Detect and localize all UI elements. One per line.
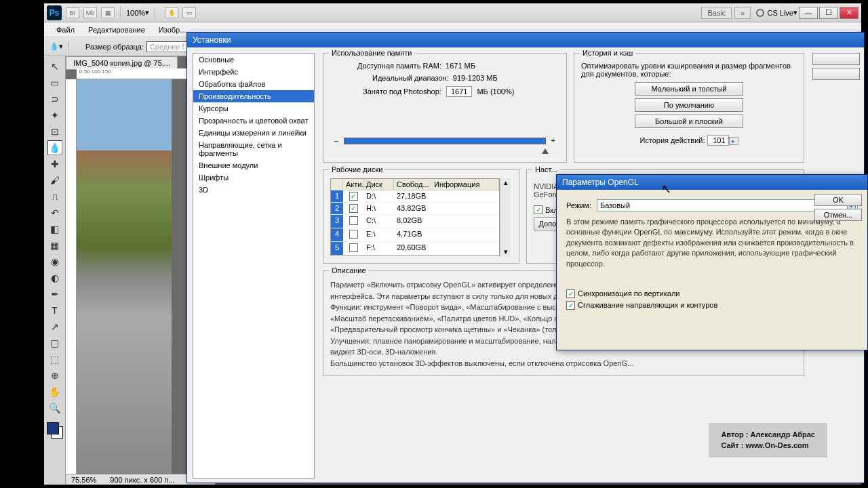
layout-icon[interactable]: ▦ [101, 7, 115, 18]
sidebar-item-filehandling[interactable]: Обработка файлов [193, 78, 314, 90]
close-button[interactable]: ✕ [840, 7, 859, 19]
canvas-image[interactable] [77, 79, 172, 476]
hand-icon[interactable]: ✋ [165, 7, 178, 18]
sample-size-input[interactable] [146, 41, 187, 52]
opengl-title: Параметры OpenGL [557, 175, 867, 190]
crop-tool[interactable]: ⊡ [47, 124, 62, 139]
type-tool[interactable]: T [47, 303, 62, 318]
sidebar-item-type[interactable]: Шрифты [193, 171, 314, 184]
sidebar-item-transparency[interactable]: Прозрачность и цветовой охват [193, 115, 314, 127]
table-row[interactable]: 5F:\20,60GB [331, 242, 499, 256]
title-bar: Ps Br Mb ▦ 100% ▾ ✋ ▭ Basic » CS Live ▾ … [44, 3, 861, 22]
sidebar-item-plugins[interactable]: Внешние модули [193, 159, 314, 171]
scratch-disks-fieldset: Рабочие диски Акти... Диск Свобод... Инф… [323, 169, 519, 264]
sidebar-item-cursors[interactable]: Курсоры [193, 102, 314, 115]
preferences-title: Установки [187, 33, 864, 47]
stamp-tool[interactable]: ⎍ [47, 189, 62, 204]
move-tool[interactable]: ↖ [47, 59, 62, 74]
minus-icon[interactable]: – [334, 136, 338, 144]
ps-logo-icon: Ps [47, 5, 62, 20]
history-cache-fieldset: История и кэш Оптимизировать уровни кэши… [574, 53, 804, 163]
history-states-input[interactable]: 101 [707, 135, 729, 146]
sidebar-item-interface[interactable]: Интерфейс [193, 66, 314, 78]
memory-used-input[interactable]: 1671 [446, 86, 472, 97]
sidebar-item-performance[interactable]: Производительность [193, 90, 314, 102]
opengl-cancel-button[interactable]: Отмен... [814, 209, 862, 221]
history-brush-tool[interactable]: ↶ [47, 205, 62, 220]
cache-big-button[interactable]: Большой и плоский [635, 115, 743, 128]
memory-fieldset: Использование памяти Доступная память RA… [323, 53, 567, 163]
arrange-icon[interactable]: ▭ [182, 7, 196, 18]
attribution-watermark: Автор : Александр Абрас Сайт : www.On-De… [709, 423, 827, 458]
disk-checkbox[interactable] [349, 243, 358, 252]
eyedropper-tool[interactable]: 💧 [47, 140, 62, 155]
3d-cam-tool[interactable]: ⊕ [47, 368, 62, 383]
sidebar-item-general[interactable]: Основные [193, 54, 314, 66]
memory-legend: Использование памяти [329, 49, 414, 57]
wand-tool[interactable]: ✦ [47, 108, 62, 123]
disk-checkbox[interactable]: ✓ [349, 192, 358, 201]
prefs-sidebar: Основные Интерфейс Обработка файлов Прои… [193, 53, 315, 479]
table-row[interactable]: 1✓D:\27,18GB [331, 190, 499, 203]
path-tool[interactable]: ↗ [47, 319, 62, 334]
menu-file[interactable]: Файл [50, 24, 81, 35]
disk-checkbox[interactable] [349, 216, 358, 225]
3d-tool[interactable]: ⬚ [47, 352, 62, 367]
workspace-arrow[interactable]: » [734, 7, 751, 19]
scrollbar[interactable]: ▴▾ [500, 178, 511, 256]
sidebar-item-units[interactable]: Единицы измерения и линейки [193, 127, 314, 139]
prefs-ok-button[interactable] [812, 53, 860, 65]
table-row[interactable]: 4E:\4,71GB [331, 228, 499, 242]
mode-label: Режим: [566, 201, 591, 209]
table-row[interactable]: 2✓H:\43,82GB [331, 203, 499, 215]
cache-small-button[interactable]: Маленький и толстый [635, 82, 743, 96]
lasso-tool[interactable]: ⊃ [47, 92, 62, 106]
cslive-icon [756, 9, 764, 17]
sample-size-label: Размер образца: [85, 43, 144, 51]
sidebar-item-3d[interactable]: 3D [193, 184, 314, 196]
gradient-tool[interactable]: ▦ [47, 238, 62, 253]
color-swatches[interactable] [47, 422, 63, 439]
pen-tool[interactable]: ✒ [47, 287, 62, 302]
history-legend: История и кэш [580, 49, 635, 57]
ruler-vertical [66, 79, 77, 474]
memory-slider[interactable]: – + [344, 138, 546, 148]
blur-tool[interactable]: ◉ [47, 254, 62, 269]
marquee-tool[interactable]: ▭ [47, 75, 62, 90]
opengl-dialog: Параметры OpenGL Режим: Базовый В этом р… [556, 174, 868, 350]
table-row[interactable]: 3C:\8,02GB [331, 215, 499, 228]
dodge-tool[interactable]: ◐ [47, 270, 62, 285]
status-zoom[interactable]: 75,56% [71, 476, 96, 484]
maximize-button[interactable]: ☐ [819, 7, 838, 19]
zoom-level[interactable]: 100% [126, 9, 145, 17]
minimize-button[interactable]: — [799, 7, 818, 19]
status-doc: 900 пикс. x 600 п... [110, 476, 174, 484]
mode-description: В этом режиме память графического процес… [566, 217, 858, 269]
spin-icon[interactable]: ▸ [729, 137, 738, 145]
menu-edit[interactable]: Редактирование [81, 24, 152, 35]
zoom-tool[interactable]: 🔍 [47, 401, 62, 415]
cache-default-button[interactable]: По умолчанию [635, 98, 743, 112]
hand-tool[interactable]: ✋ [47, 384, 62, 399]
eraser-tool[interactable]: ◧ [47, 222, 62, 237]
plus-icon[interactable]: + [551, 136, 555, 144]
enable-opengl-checkbox[interactable]: ✓ [534, 205, 542, 214]
bridge-icon[interactable]: Br [66, 7, 79, 18]
minibridge-icon[interactable]: Mb [83, 7, 97, 18]
shape-tool[interactable]: ▢ [47, 336, 62, 350]
workspace-button[interactable]: Basic [701, 7, 732, 19]
tools-panel: ↖ ▭ ⊃ ✦ ⊡ 💧 ✚ 🖌 ⎍ ↶ ◧ ▦ ◉ ◐ ✒ T ↗ ▢ ⬚ ⊕ … [44, 56, 66, 485]
disks-table: Акти... Диск Свобод... Информация 1✓D:\2… [330, 178, 500, 256]
opengl-ok-button[interactable]: OK [814, 194, 862, 206]
disk-checkbox[interactable]: ✓ [349, 204, 358, 213]
prefs-cancel-button[interactable] [812, 68, 860, 80]
heal-tool[interactable]: ✚ [47, 157, 62, 171]
cslive-button[interactable]: CS Live ▾ [756, 8, 797, 17]
sidebar-item-guides[interactable]: Направляющие, сетка и фрагменты [193, 139, 314, 159]
disk-checkbox[interactable] [349, 230, 358, 239]
vsync-checkbox[interactable]: ✓ [566, 289, 575, 298]
aa-checkbox[interactable]: ✓ [566, 301, 575, 310]
eyedropper-icon: 💧 [50, 42, 59, 51]
document-tab[interactable]: IMG_5040 копия.jpg @ 75,... [66, 56, 178, 70]
brush-tool[interactable]: 🖌 [47, 173, 62, 188]
